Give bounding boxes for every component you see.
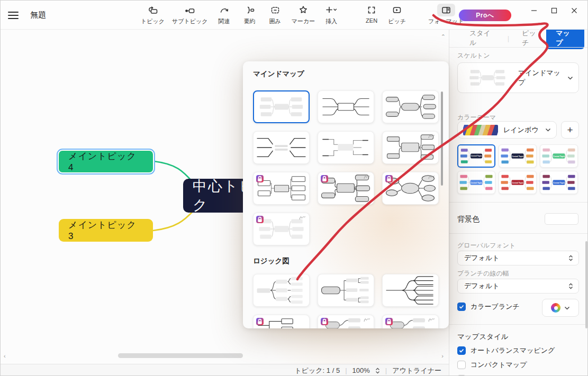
branch-width-select[interactable]: デフォルト bbox=[457, 279, 579, 294]
template-grid bbox=[253, 90, 439, 245]
checkbox-checked[interactable] bbox=[457, 302, 466, 311]
skeleton-popup: マインドマップロジック図 bbox=[243, 61, 449, 328]
close-button[interactable] bbox=[564, 3, 584, 19]
toolbar-insert[interactable]: 挿入 bbox=[319, 3, 344, 26]
hamburger-menu-icon[interactable] bbox=[8, 9, 22, 22]
color-theme-dropdown[interactable]: レインボウ bbox=[457, 121, 557, 139]
zoom-level[interactable]: 100% bbox=[352, 366, 370, 374]
minimize-button[interactable] bbox=[524, 3, 544, 19]
template-card-pills[interactable] bbox=[382, 90, 439, 123]
insert-icon bbox=[322, 4, 340, 16]
popup-section-title: マインドマップ bbox=[253, 69, 304, 79]
toolbar-zen[interactable]: ZEN bbox=[359, 3, 384, 25]
theme-grid: Central TopicCentral TopicCentral TopicC… bbox=[457, 144, 578, 194]
sidebar-scrollbar-thumb[interactable] bbox=[585, 241, 587, 328]
format-icon bbox=[437, 4, 455, 16]
background-color-swatch[interactable] bbox=[545, 213, 578, 225]
toolbar-summary[interactable]: 要約 bbox=[237, 3, 263, 26]
template-card-tree-partial2[interactable] bbox=[382, 315, 439, 328]
toolbar-subtopic[interactable]: サブトピック bbox=[168, 3, 212, 26]
toolbar-label: 関連 bbox=[219, 17, 230, 25]
global-font-value: デフォルト bbox=[464, 253, 500, 263]
vscroll-up-arrow[interactable]: ⌃ bbox=[441, 34, 446, 40]
relationship-icon bbox=[215, 4, 233, 16]
tab-マップ[interactable]: マップ bbox=[546, 30, 584, 49]
skeleton-value: マインドマップ bbox=[518, 68, 567, 87]
pro-lock-icon bbox=[321, 318, 328, 325]
color-branch-checkbox-row[interactable]: カラーブランチ bbox=[457, 302, 520, 311]
template-card-tree-partial2[interactable] bbox=[318, 315, 374, 328]
rainbow-swatch bbox=[463, 125, 498, 135]
toolbar-pitch[interactable]: ピッチ bbox=[384, 3, 410, 26]
skeleton-dropdown[interactable]: マインドマップ bbox=[457, 62, 579, 93]
color-theme-value: レインボウ bbox=[503, 125, 539, 135]
branch-width-label: ブランチの線の幅 bbox=[457, 269, 509, 278]
template-card-bars-sketch[interactable] bbox=[382, 131, 439, 164]
theme-card-5[interactable]: Central Topic bbox=[499, 171, 537, 194]
template-card-boxes[interactable] bbox=[253, 172, 310, 205]
map-style-option-1[interactable]: オートバランスマッピング bbox=[457, 346, 555, 355]
global-font-select[interactable]: デフォルト bbox=[457, 251, 579, 265]
toolbar-marker[interactable]: マーカー bbox=[288, 3, 319, 26]
sidebar-tabs: スタイル|ピッチマップ bbox=[449, 31, 588, 45]
add-theme-button[interactable]: + bbox=[561, 121, 579, 139]
theme-card-6[interactable]: Central Topic bbox=[540, 171, 578, 194]
template-card-angular[interactable] bbox=[253, 131, 310, 164]
document-title: 無題 bbox=[30, 10, 46, 20]
template-card-step[interactable] bbox=[318, 131, 374, 164]
summary-icon bbox=[241, 4, 259, 16]
tab-スタイル[interactable]: スタイル bbox=[464, 30, 500, 49]
checkbox-unchecked[interactable] bbox=[457, 361, 466, 369]
topic-icon bbox=[144, 4, 162, 16]
theme-card-2[interactable]: Central Topic bbox=[499, 144, 537, 168]
checkbox-checked[interactable] bbox=[457, 346, 466, 355]
handdrawn-pen-icon bbox=[428, 134, 435, 139]
svg-text:Central Topic: Central Topic bbox=[471, 182, 482, 184]
color-wheel-icon bbox=[551, 303, 560, 313]
handdrawn-pen-icon bbox=[299, 215, 306, 220]
chevron-down-icon bbox=[564, 306, 570, 310]
chevron-down-icon bbox=[567, 76, 573, 80]
outliner-button[interactable]: アウトライナー bbox=[392, 366, 441, 375]
tab-ピッチ[interactable]: ピッチ bbox=[517, 30, 546, 49]
topic-node-main3[interactable]: メイントピック 3 bbox=[59, 219, 153, 242]
hscroll-thumb[interactable] bbox=[118, 353, 243, 358]
hscroll-left-arrow[interactable]: ‹ bbox=[4, 353, 6, 359]
global-font-label: グローバルフォント bbox=[457, 241, 515, 250]
maximize-button[interactable] bbox=[544, 3, 564, 19]
template-card-bars-curved[interactable] bbox=[318, 172, 374, 205]
theme-card-1[interactable]: Central Topic bbox=[457, 144, 495, 168]
topic-count: トピック: 1 / 5 bbox=[294, 366, 340, 375]
theme-card-4[interactable]: Central Topic bbox=[457, 171, 495, 194]
horizontal-scrollbar[interactable]: ‹ › bbox=[1, 352, 449, 360]
map-style-option-2[interactable]: コンパクトマップ bbox=[457, 360, 527, 370]
pro-lock-icon bbox=[256, 318, 264, 325]
template-card-bars[interactable] bbox=[253, 90, 310, 123]
template-card-ovals[interactable] bbox=[382, 172, 439, 205]
template-card-tree-fan[interactable] bbox=[382, 274, 439, 307]
template-card-tree-center[interactable] bbox=[318, 274, 374, 307]
pro-lock-icon bbox=[385, 318, 393, 325]
template-card-lines-curve[interactable] bbox=[318, 90, 374, 123]
toolbar-boundary[interactable]: 囲み bbox=[263, 3, 288, 26]
template-card-bars-soft[interactable] bbox=[253, 213, 310, 245]
toolbar-relationship[interactable]: 関連 bbox=[212, 3, 237, 26]
topic-node-main4[interactable]: メイントピック 4 bbox=[58, 150, 154, 173]
color-branch-label: カラーブランチ bbox=[471, 302, 520, 311]
branch-color-dropdown[interactable] bbox=[542, 299, 579, 317]
title-bar: 無題 トピックサブトピック関連要約囲みマーカー挿入ZENピッチフォーマット Pr… bbox=[1, 1, 588, 30]
template-card-tree-brace[interactable] bbox=[253, 274, 310, 307]
popup-scrollbar-thumb[interactable] bbox=[441, 91, 443, 186]
toolbar-label: フォーマット bbox=[428, 17, 464, 25]
hscroll-right-arrow[interactable]: › bbox=[441, 353, 444, 359]
pitch-icon bbox=[388, 4, 406, 16]
toolbar-label: ZEN bbox=[366, 17, 377, 24]
status-bar: トピック: 1 / 5 | 100% | アウトライナー bbox=[1, 364, 449, 376]
template-card-tree-partial[interactable] bbox=[253, 315, 310, 328]
theme-card-3[interactable]: Central Topic bbox=[540, 144, 578, 168]
toolbar-label: 囲み bbox=[269, 17, 281, 25]
divider bbox=[449, 202, 588, 203]
pro-upgrade-button[interactable]: Proへ bbox=[459, 10, 511, 21]
toolbar-topic[interactable]: トピック bbox=[137, 3, 168, 26]
zoom-stepper-icon[interactable] bbox=[375, 368, 380, 374]
